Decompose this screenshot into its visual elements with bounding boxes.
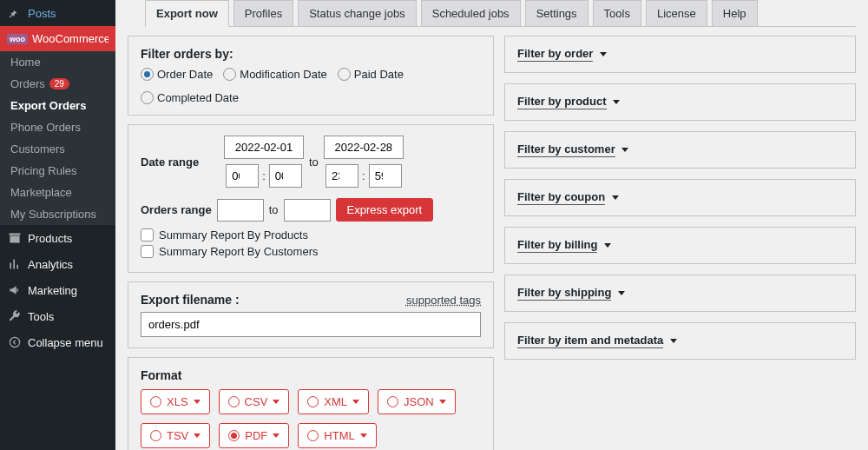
filter-by-shipping-panel[interactable]: Filter by shipping <box>504 275 856 312</box>
express-export-button[interactable]: Express export <box>336 198 434 222</box>
submenu-label: Orders <box>10 77 45 90</box>
radio-modification-date-input[interactable] <box>223 68 236 81</box>
format-label: JSON <box>404 395 434 408</box>
summary-customers-checkbox[interactable] <box>141 245 154 258</box>
filter-by-billing-panel[interactable]: Filter by billing <box>504 227 856 264</box>
filter-title: Filter by coupon <box>517 190 605 205</box>
orders-to-input[interactable] <box>284 199 331 222</box>
tab-tools[interactable]: Tools <box>593 0 641 26</box>
chevron-down-icon <box>360 433 367 438</box>
orders-range-label: Orders range <box>141 203 212 216</box>
chevron-down-icon <box>670 339 677 343</box>
date-to-input[interactable] <box>324 136 404 159</box>
sidebar-label: Products <box>28 232 72 245</box>
date-from-input[interactable] <box>224 136 304 159</box>
time-from-min[interactable] <box>269 164 302 188</box>
radio-completed-date-input[interactable] <box>141 91 154 104</box>
sidebar-woocommerce[interactable]: woo WooCommerce <box>0 26 115 51</box>
to-label: to <box>269 203 279 216</box>
checkbox-label: Summary Report By Products <box>159 228 308 242</box>
radio-icon <box>307 396 319 407</box>
format-json[interactable]: JSON <box>378 389 456 414</box>
radio-paid-date[interactable]: Paid Date <box>338 68 404 81</box>
sidebar-label: Posts <box>28 7 56 20</box>
format-xls[interactable]: XLS <box>141 389 210 414</box>
format-tsv[interactable]: TSV <box>141 423 210 448</box>
chevron-down-icon <box>194 400 201 404</box>
sidebar-analytics[interactable]: Analytics <box>0 251 115 277</box>
radio-modification-date[interactable]: Modification Date <box>223 68 326 81</box>
tab-export-now[interactable]: Export now <box>145 0 229 27</box>
submenu-export-orders[interactable]: Export Orders <box>0 95 115 116</box>
filename-label: Export filename : <box>141 293 240 307</box>
sidebar-label: Marketing <box>28 284 77 297</box>
archive-icon <box>7 231 23 245</box>
submenu-home[interactable]: Home <box>0 51 115 73</box>
radio-icon <box>387 396 398 407</box>
radio-label: Paid Date <box>354 68 404 81</box>
filter-orders-panel: Filter orders by: Order Date Modificatio… <box>128 36 494 116</box>
format-xml[interactable]: XML <box>298 389 369 414</box>
tab-bar: Export now Profiles Status change jobs S… <box>145 0 856 27</box>
filter-by-item-metadata-panel[interactable]: Filter by item and metadata <box>504 322 856 360</box>
sidebar-products[interactable]: Products <box>0 225 115 251</box>
tab-help[interactable]: Help <box>712 0 758 26</box>
submenu-customers[interactable]: Customers <box>0 138 115 160</box>
tab-status-jobs[interactable]: Status change jobs <box>298 0 417 26</box>
wrench-icon <box>7 309 23 323</box>
sidebar-marketing[interactable]: Marketing <box>0 277 115 303</box>
format-label: HTML <box>324 429 354 442</box>
tab-license[interactable]: License <box>646 0 707 26</box>
filter-title: Filter by billing <box>517 238 597 253</box>
chevron-down-icon <box>439 400 446 404</box>
format-panel: Format XLS CSV XML <box>128 357 494 450</box>
tab-settings[interactable]: Settings <box>525 0 589 26</box>
orders-count-badge: 29 <box>49 78 69 89</box>
filter-title: Filter by customer <box>517 142 615 157</box>
radio-paid-date-input[interactable] <box>338 68 351 81</box>
time-to-min[interactable] <box>369 164 402 188</box>
time-from-hour[interactable] <box>226 164 259 188</box>
summary-products-checkbox[interactable] <box>141 228 154 242</box>
filename-input[interactable] <box>141 312 481 337</box>
format-html[interactable]: HTML <box>298 423 376 448</box>
submenu-orders[interactable]: Orders 29 <box>0 73 115 95</box>
submenu-marketplace[interactable]: Marketplace <box>0 182 115 203</box>
date-range-label: Date range <box>141 156 219 169</box>
woo-icon: woo <box>7 34 28 44</box>
radio-order-date-input[interactable] <box>141 68 154 81</box>
chart-bar-icon <box>7 257 23 271</box>
filter-by-product-panel[interactable]: Filter by product <box>504 83 856 121</box>
filter-by-coupon-panel[interactable]: Filter by coupon <box>504 179 856 216</box>
radio-completed-date[interactable]: Completed Date <box>141 91 239 104</box>
radio-order-date[interactable]: Order Date <box>141 68 213 81</box>
sidebar-tools[interactable]: Tools <box>0 303 115 329</box>
filter-title: Filter by shipping <box>517 286 611 301</box>
format-pdf[interactable]: PDF <box>219 423 289 448</box>
sidebar-label: WooCommerce <box>32 32 110 45</box>
supported-tags-link[interactable]: supported tags <box>406 294 481 307</box>
submenu-my-subscriptions[interactable]: My Subscriptions <box>0 203 115 225</box>
time-to-hour[interactable] <box>326 164 358 188</box>
checkbox-label: Summary Report By Customers <box>159 245 319 258</box>
radio-label: Order Date <box>157 68 213 81</box>
sidebar-posts[interactable]: Posts <box>0 0 115 26</box>
sidebar-collapse[interactable]: Collapse menu <box>0 329 115 355</box>
filter-by-customer-panel[interactable]: Filter by customer <box>504 131 856 169</box>
tab-scheduled-jobs[interactable]: Scheduled jobs <box>421 0 521 26</box>
range-panel: Date range : to : <box>128 124 494 273</box>
chevron-down-icon <box>612 195 619 200</box>
time-colon: : <box>262 169 266 182</box>
chevron-down-icon <box>600 52 607 56</box>
orders-from-input[interactable] <box>217 199 264 222</box>
radio-icon <box>150 396 161 407</box>
tab-profiles[interactable]: Profiles <box>233 0 293 26</box>
filter-by-order-panel[interactable]: Filter by order <box>504 36 856 73</box>
format-csv[interactable]: CSV <box>219 389 290 414</box>
time-colon: : <box>362 169 365 182</box>
submenu-phone-orders[interactable]: Phone Orders <box>0 116 115 138</box>
megaphone-icon <box>7 283 23 297</box>
collapse-icon <box>7 335 23 349</box>
pin-icon <box>7 6 23 20</box>
submenu-pricing-rules[interactable]: Pricing Rules <box>0 160 115 182</box>
